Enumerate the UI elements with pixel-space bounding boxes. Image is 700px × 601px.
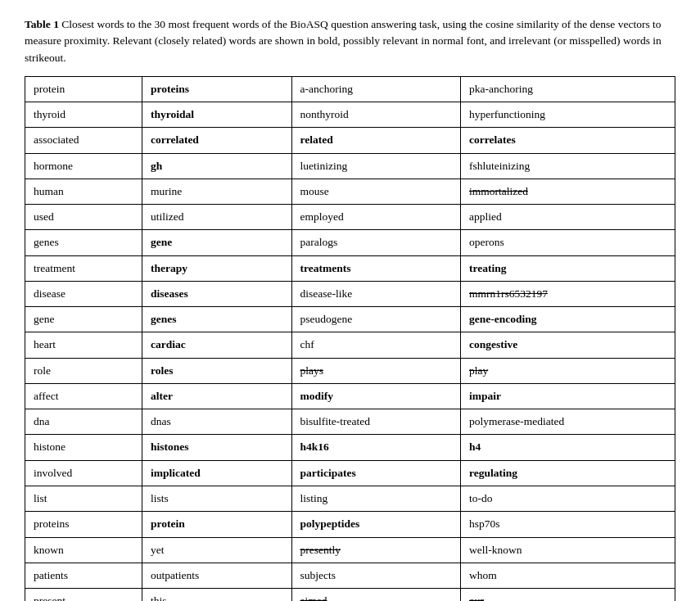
caption-text: Closest words to the 30 most frequent wo… — [25, 18, 662, 64]
table-cell: operons — [460, 230, 675, 255]
word: proteins — [151, 83, 189, 95]
table-cell: yet — [142, 537, 291, 563]
table-cell: to-do — [460, 486, 675, 512]
table-cell: genes — [142, 307, 291, 332]
word: proteins — [34, 517, 70, 530]
word: present — [34, 594, 65, 601]
table-cell: whom — [460, 563, 675, 588]
table-cell: pseudogene — [291, 307, 460, 332]
word: disease-like — [300, 287, 353, 300]
word: aimed — [300, 594, 327, 601]
table-cell: outpatients — [142, 563, 291, 588]
table-cell: proteins — [142, 76, 291, 102]
word: used — [34, 210, 54, 223]
word: immortalized — [469, 185, 528, 197]
word: play — [469, 364, 488, 377]
table-cell: patients — [25, 563, 142, 588]
table-cell: this — [142, 589, 291, 601]
table-row: treatmenttherapytreatmentstreating — [25, 255, 675, 281]
table-cell: thyroidal — [142, 102, 291, 128]
word: gene — [151, 236, 172, 248]
table-cell: gene-encoding — [460, 307, 675, 332]
word: pka-anchoring — [469, 83, 533, 95]
word: human — [34, 185, 64, 197]
word: protein — [34, 83, 65, 95]
table-cell: disease-like — [291, 281, 460, 306]
word: associated — [34, 133, 79, 146]
table-cell: plays — [291, 358, 460, 383]
table-cell: immortalized — [460, 178, 675, 204]
table-cell: therapy — [142, 255, 291, 281]
table-row: heartcardiacchfcongestive — [25, 332, 675, 358]
word: mmrn1rs6532197 — [469, 287, 548, 300]
table-cell: cardiac — [142, 332, 291, 358]
table-row: listlistslistingto-do — [25, 486, 675, 512]
word: operons — [469, 236, 504, 248]
table-cell: regulating — [460, 460, 675, 486]
table-cell: subjects — [291, 563, 460, 588]
table-cell: gh — [142, 153, 291, 178]
word: gene — [34, 313, 54, 325]
word: hormone — [34, 160, 73, 172]
word: hsp70s — [469, 517, 500, 530]
word: lists — [151, 492, 169, 504]
word: hyperfunctioning — [469, 108, 545, 120]
table-cell: involved — [25, 460, 142, 486]
main-table: proteinproteinsa-anchoringpka-anchoringt… — [25, 76, 675, 601]
word: gene-encoding — [469, 313, 537, 325]
table-cell: treating — [460, 255, 675, 281]
word: implicated — [151, 467, 201, 479]
word: this — [151, 594, 167, 601]
word: outpatients — [151, 569, 199, 581]
table-cell: pka-anchoring — [460, 76, 675, 102]
table-row: presentthisaimedour — [25, 589, 675, 601]
word: regulating — [469, 467, 517, 479]
table-cell: role — [25, 358, 142, 383]
table-cell: polymerase-mediated — [460, 409, 675, 435]
table-cell: disease — [25, 281, 142, 306]
table-row: hormoneghluetinizingfshluteinizing — [25, 153, 675, 178]
word: presently — [300, 544, 341, 556]
word: genes — [34, 236, 59, 248]
word: affect — [34, 390, 58, 402]
table-cell: luetinizing — [291, 153, 460, 178]
word: list — [34, 492, 47, 504]
word: gh — [151, 160, 162, 172]
word: treatment — [34, 262, 75, 274]
word: mouse — [300, 185, 329, 197]
table-cell: congestive — [460, 332, 675, 358]
word: cardiac — [151, 338, 186, 350]
table-cell: paralogs — [291, 230, 460, 255]
table-row: histonehistonesh4k16h4 — [25, 435, 675, 460]
word: dna — [34, 415, 50, 427]
word: well-known — [469, 544, 522, 556]
table-row: involvedimplicatedparticipatesregulating — [25, 460, 675, 486]
word: polymerase-mediated — [469, 415, 564, 427]
table-cell: gene — [25, 307, 142, 332]
word: heart — [34, 338, 56, 350]
table-cell: thyroid — [25, 102, 142, 128]
word: impair — [469, 390, 501, 402]
word: patients — [34, 569, 68, 581]
word: bisulfite-treated — [300, 415, 370, 427]
word: correlated — [151, 133, 199, 146]
word: polypeptides — [300, 517, 360, 530]
word: congestive — [469, 338, 517, 350]
table-row: usedutilizedemployedapplied — [25, 205, 675, 230]
word: utilized — [151, 210, 184, 223]
table-cell: affect — [25, 383, 142, 409]
word: thyroidal — [151, 108, 194, 120]
table-cell: participates — [291, 460, 460, 486]
word: h4 — [469, 441, 481, 453]
word: luetinizing — [300, 160, 348, 172]
table-cell: hormone — [25, 153, 142, 178]
word: histones — [151, 441, 189, 453]
table-cell: applied — [460, 205, 675, 230]
table-cell: treatments — [291, 255, 460, 281]
word: chf — [300, 338, 314, 350]
table-cell: nonthyroid — [291, 102, 460, 128]
table-cell: lists — [142, 486, 291, 512]
word: participates — [300, 467, 356, 479]
table-row: dnadnasbisulfite-treatedpolymerase-media… — [25, 409, 675, 435]
table-row: associatedcorrelatedrelatedcorrelates — [25, 128, 675, 153]
